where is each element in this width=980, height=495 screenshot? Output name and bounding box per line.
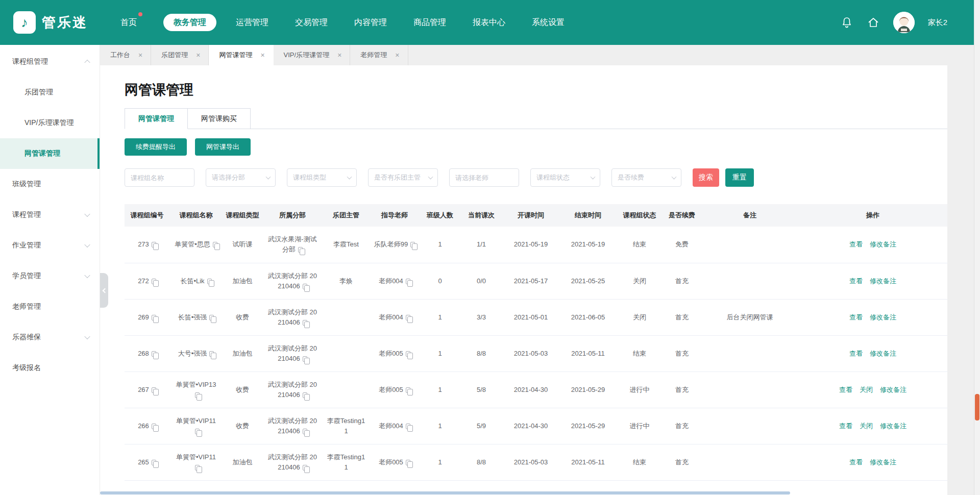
opened-tab-网管课管理[interactable]: 网管课管理× bbox=[209, 45, 273, 65]
nav-item-首页[interactable]: 首页 bbox=[120, 14, 137, 31]
opened-tab-乐团管理[interactable]: 乐团管理× bbox=[151, 45, 209, 65]
search-button[interactable]: 搜索 bbox=[693, 168, 719, 187]
export-button-续费提醒导出[interactable]: 续费提醒导出 bbox=[125, 138, 187, 156]
opened-tab-VIP/乐理课管理[interactable]: VIP/乐理课管理× bbox=[274, 45, 351, 65]
nav-item-商品管理[interactable]: 商品管理 bbox=[413, 14, 446, 31]
nav-item-运营管理[interactable]: 运营管理 bbox=[236, 14, 268, 31]
copy-icon[interactable] bbox=[209, 315, 214, 320]
copy-icon[interactable] bbox=[303, 356, 307, 362]
close-link[interactable]: 关闭 bbox=[860, 422, 873, 430]
opened-tab-工作台[interactable]: 工作台× bbox=[100, 45, 151, 65]
copy-icon[interactable] bbox=[298, 247, 303, 253]
copy-icon[interactable] bbox=[410, 242, 415, 247]
copy-icon[interactable] bbox=[152, 387, 156, 393]
nav-item-报表中心[interactable]: 报表中心 bbox=[473, 14, 505, 31]
view-link[interactable]: 查看 bbox=[849, 240, 863, 248]
sidebar-item-老师管理[interactable]: 老师管理 bbox=[0, 291, 100, 322]
sidebar-collapse-trigger[interactable] bbox=[100, 273, 108, 308]
close-link[interactable]: 关闭 bbox=[860, 386, 873, 393]
copy-icon[interactable] bbox=[209, 351, 214, 357]
reset-button[interactable]: 重置 bbox=[725, 168, 754, 187]
edit-remark-link[interactable]: 修改备注 bbox=[870, 350, 896, 357]
view-link[interactable]: 查看 bbox=[849, 350, 863, 357]
close-icon[interactable]: × bbox=[337, 52, 341, 59]
select-是否有乐团主管[interactable]: 是否有乐团主管 bbox=[368, 168, 438, 187]
cell-class_size: 1 bbox=[420, 444, 460, 480]
bell-icon[interactable] bbox=[840, 16, 853, 29]
copy-icon[interactable] bbox=[303, 320, 307, 326]
sidebar-item-学员管理[interactable]: 学员管理 bbox=[0, 261, 100, 291]
copy-icon[interactable] bbox=[152, 351, 156, 357]
field-请选择老师[interactable] bbox=[455, 174, 513, 182]
avatar[interactable] bbox=[893, 12, 915, 33]
edit-remark-link[interactable]: 修改备注 bbox=[870, 240, 896, 248]
sidebar-item-考级报名[interactable]: 考级报名 bbox=[0, 353, 100, 383]
home-icon[interactable] bbox=[867, 16, 880, 29]
nav-item-系统设置[interactable]: 系统设置 bbox=[532, 14, 565, 31]
brand-logo[interactable]: ♪ 管乐迷 bbox=[13, 11, 88, 34]
view-link[interactable]: 查看 bbox=[839, 386, 852, 393]
copy-icon[interactable] bbox=[152, 460, 156, 465]
view-link[interactable]: 查看 bbox=[849, 458, 863, 466]
view-link[interactable]: 查看 bbox=[839, 422, 852, 430]
copy-icon[interactable] bbox=[207, 279, 212, 284]
copy-icon[interactable] bbox=[303, 429, 307, 434]
edit-remark-link[interactable]: 修改备注 bbox=[870, 458, 896, 466]
select-请选择分部[interactable]: 请选择分部 bbox=[206, 168, 276, 187]
sidebar-item-课程管理[interactable]: 课程管理 bbox=[0, 200, 100, 230]
copy-icon[interactable] bbox=[406, 351, 410, 357]
select-是否续费[interactable]: 是否续费 bbox=[611, 168, 681, 187]
copy-icon[interactable] bbox=[213, 242, 217, 247]
user-name[interactable]: 家长2 bbox=[928, 18, 947, 28]
edit-remark-link[interactable]: 修改备注 bbox=[880, 422, 906, 430]
field-课程组名称[interactable] bbox=[131, 174, 188, 182]
export-button-网管课导出[interactable]: 网管课导出 bbox=[195, 138, 251, 156]
copy-icon[interactable] bbox=[406, 279, 410, 284]
vertical-scrollbar-thumb[interactable] bbox=[975, 394, 979, 420]
edit-remark-link[interactable]: 修改备注 bbox=[870, 277, 896, 285]
copy-icon[interactable] bbox=[406, 315, 410, 320]
view-link[interactable]: 查看 bbox=[849, 313, 863, 321]
copy-icon[interactable] bbox=[152, 279, 156, 284]
copy-icon[interactable] bbox=[195, 429, 200, 434]
copy-icon[interactable] bbox=[152, 315, 156, 320]
input-请选择老师[interactable] bbox=[449, 168, 519, 187]
horizontal-scrollbar-thumb[interactable] bbox=[100, 491, 790, 494]
tab-网管课购买[interactable]: 网管课购买 bbox=[188, 108, 251, 129]
opened-tab-老师管理[interactable]: 老师管理× bbox=[350, 45, 408, 65]
chevron-down-icon bbox=[266, 175, 271, 180]
vertical-scrollbar[interactable] bbox=[974, 0, 980, 495]
copy-icon[interactable] bbox=[406, 424, 410, 429]
close-icon[interactable]: × bbox=[196, 52, 200, 59]
copy-icon[interactable] bbox=[195, 392, 200, 398]
sidebar-item-网管课管理[interactable]: 网管课管理 bbox=[0, 138, 100, 169]
nav-item-内容管理[interactable]: 内容管理 bbox=[354, 14, 387, 31]
view-link[interactable]: 查看 bbox=[849, 277, 863, 285]
close-icon[interactable]: × bbox=[395, 52, 399, 59]
select-课程组状态[interactable]: 课程组状态 bbox=[530, 168, 600, 187]
copy-icon[interactable] bbox=[152, 424, 156, 429]
tab-网管课管理[interactable]: 网管课管理 bbox=[125, 108, 188, 129]
edit-remark-link[interactable]: 修改备注 bbox=[870, 313, 896, 321]
copy-icon[interactable] bbox=[303, 284, 307, 289]
select-课程组类型[interactable]: 课程组类型 bbox=[287, 168, 357, 187]
close-icon[interactable]: × bbox=[138, 52, 142, 59]
copy-icon[interactable] bbox=[406, 387, 410, 393]
nav-item-教务管理[interactable]: 教务管理 bbox=[163, 14, 216, 31]
copy-icon[interactable] bbox=[195, 465, 200, 471]
nav-item-交易管理[interactable]: 交易管理 bbox=[295, 14, 328, 31]
input-课程组名称[interactable] bbox=[125, 168, 194, 187]
sidebar-item-乐器维保[interactable]: 乐器维保 bbox=[0, 322, 100, 353]
sidebar-item-作业管理[interactable]: 作业管理 bbox=[0, 230, 100, 261]
close-icon[interactable]: × bbox=[260, 52, 264, 59]
edit-remark-link[interactable]: 修改备注 bbox=[880, 386, 906, 393]
sidebar-item-乐团管理[interactable]: 乐团管理 bbox=[0, 77, 100, 108]
copy-icon[interactable] bbox=[303, 465, 307, 471]
sidebar-item-VIP/乐理课管理[interactable]: VIP/乐理课管理 bbox=[0, 108, 100, 138]
copy-icon[interactable] bbox=[406, 460, 410, 465]
sidebar-item-课程组管理[interactable]: 课程组管理 bbox=[0, 46, 100, 77]
copy-icon[interactable] bbox=[152, 242, 156, 247]
copy-icon[interactable] bbox=[303, 392, 307, 398]
sidebar-item-班级管理[interactable]: 班级管理 bbox=[0, 169, 100, 200]
sidebar-item-label: 老师管理 bbox=[12, 302, 41, 311]
